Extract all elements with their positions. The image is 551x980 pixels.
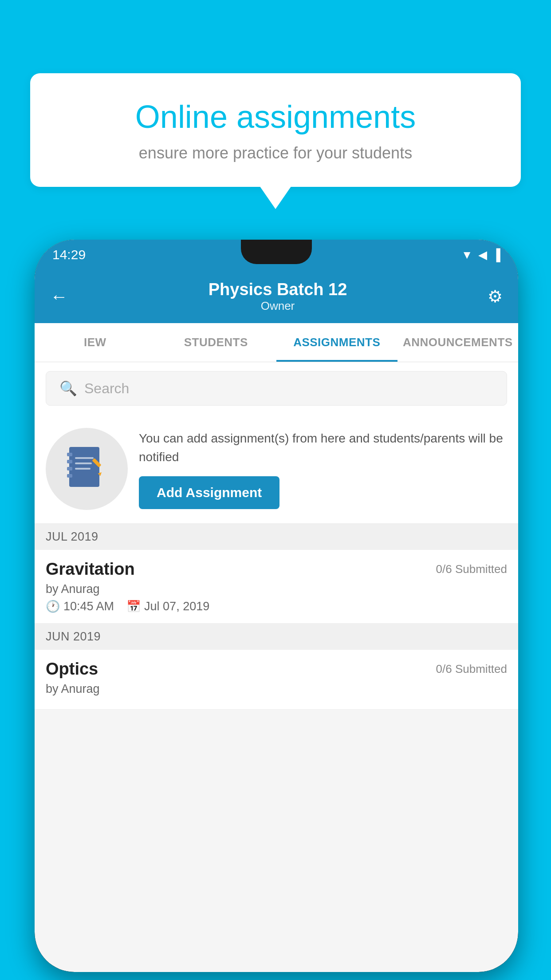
date-value: Jul 07, 2019 (144, 600, 209, 613)
signal-icon: ◀ (478, 248, 487, 262)
search-icon: 🔍 (59, 380, 77, 397)
promo-description: You can add assignment(s) from here and … (139, 429, 507, 466)
phone-frame: 14:29 ▼ ◀ ▐ ← Physics Batch 12 Owner ⚙ I… (35, 240, 518, 972)
calendar-icon: 📅 (126, 600, 141, 613)
assignment-name: Gravitation (46, 560, 135, 579)
assignment-top-row-2: Optics 0/6 Submitted (46, 660, 507, 679)
svg-rect-4 (67, 474, 72, 478)
svg-rect-6 (75, 462, 92, 464)
assignment-status: 0/6 Submitted (436, 562, 507, 576)
batch-title: Physics Batch 12 (209, 280, 347, 299)
svg-rect-3 (67, 467, 72, 470)
section-jun-2019: JUN 2019 (35, 624, 518, 650)
tabs-bar: IEW STUDENTS ASSIGNMENTS ANNOUNCEMENTS (35, 323, 518, 362)
wifi-icon: ▼ (461, 248, 473, 262)
app-header: ← Physics Batch 12 Owner ⚙ (35, 270, 518, 323)
battery-icon: ▐ (492, 248, 500, 262)
status-bar: 14:29 ▼ ◀ ▐ (35, 240, 518, 270)
assignment-by-2: by Anurag (46, 682, 507, 696)
section-jul-2019: JUL 2019 (35, 524, 518, 550)
bubble-subtitle: ensure more practice for your students (57, 144, 494, 162)
notch (241, 240, 312, 264)
tab-assignments[interactable]: ASSIGNMENTS (276, 323, 398, 362)
date-meta: 📅 Jul 07, 2019 (126, 600, 209, 613)
status-icons: ▼ ◀ ▐ (461, 248, 500, 262)
assignment-gravitation[interactable]: Gravitation 0/6 Submitted by Anurag 🕐 10… (35, 550, 518, 624)
status-time: 14:29 (52, 247, 86, 262)
clock-icon: 🕐 (46, 600, 60, 613)
svg-rect-0 (69, 447, 99, 487)
svg-rect-2 (67, 460, 72, 463)
time-meta: 🕐 10:45 AM (46, 600, 114, 613)
search-bar[interactable]: 🔍 Search (46, 371, 507, 406)
assignment-by: by Anurag (46, 582, 507, 596)
search-placeholder: Search (84, 380, 129, 397)
speech-bubble: Online assignments ensure more practice … (30, 73, 521, 187)
batch-role: Owner (209, 299, 347, 313)
settings-icon[interactable]: ⚙ (488, 287, 503, 306)
bubble-title: Online assignments (57, 98, 494, 136)
promo-icon-circle (46, 428, 128, 510)
time-value: 10:45 AM (63, 600, 114, 613)
notebook-icon (67, 445, 107, 494)
tab-students[interactable]: STUDENTS (156, 323, 277, 362)
content-area: 🔍 Search (35, 362, 518, 710)
promo-text-area: You can add assignment(s) from here and … (139, 429, 507, 509)
assignment-status-2: 0/6 Submitted (436, 662, 507, 676)
tab-announcements[interactable]: ANNOUNCEMENTS (398, 323, 519, 362)
speech-bubble-container: Online assignments ensure more practice … (30, 73, 521, 187)
assignment-optics[interactable]: Optics 0/6 Submitted by Anurag (35, 650, 518, 710)
assignment-name-2: Optics (46, 660, 98, 679)
promo-section: You can add assignment(s) from here and … (35, 415, 518, 524)
back-button[interactable]: ← (50, 287, 68, 307)
svg-rect-1 (67, 453, 72, 456)
phone-inner: 14:29 ▼ ◀ ▐ ← Physics Batch 12 Owner ⚙ I… (35, 240, 518, 972)
assignment-meta: 🕐 10:45 AM 📅 Jul 07, 2019 (46, 600, 507, 613)
tab-overview[interactable]: IEW (35, 323, 156, 362)
header-center: Physics Batch 12 Owner (209, 280, 347, 313)
add-assignment-button[interactable]: Add Assignment (139, 476, 279, 509)
svg-rect-5 (75, 457, 94, 459)
assignment-top-row: Gravitation 0/6 Submitted (46, 560, 507, 579)
svg-rect-7 (75, 468, 91, 470)
